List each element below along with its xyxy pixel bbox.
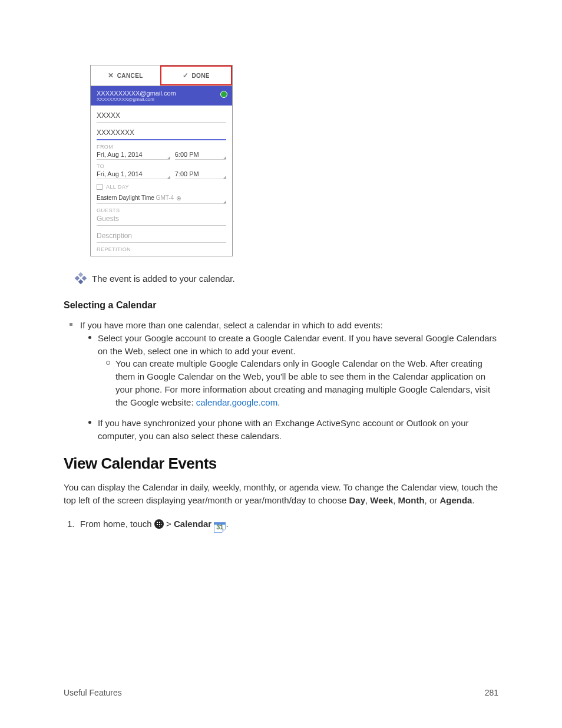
checkbox-icon — [97, 184, 103, 190]
radio-icon — [177, 196, 181, 200]
event-title-field: XXXXX — [97, 106, 226, 123]
to-date-field: Fri, Aug 1, 2014 — [97, 169, 170, 179]
step-number: 1. — [67, 517, 75, 531]
list-item-google-sub: You can create multiple Google Calendars… — [115, 357, 498, 409]
dropdown-indicator-icon — [223, 200, 226, 203]
calendar-edit-screenshot: ✕ CANCEL ✓ DONE XXXXXXXXXX@gmail.com XXX… — [90, 65, 233, 256]
list-item-exchange: If you have synchronized your phone with… — [98, 417, 498, 443]
list-item-google: Select your Google account to create a G… — [98, 332, 498, 409]
check-icon: ✓ — [183, 71, 189, 80]
heading-selecting-calendar: Selecting a Calendar — [64, 300, 498, 311]
description-field: Description — [97, 226, 226, 243]
calendar-google-link[interactable]: calendar.google.com — [196, 397, 277, 407]
heading-view-calendar-events: View Calendar Events — [64, 454, 498, 473]
view-paragraph: You can display the Calendar in daily, w… — [64, 481, 498, 508]
apps-icon — [154, 519, 164, 529]
result-diamond-icon — [75, 273, 86, 284]
all-day-checkbox-row: ALL DAY — [97, 179, 226, 192]
cancel-label: CANCEL — [117, 73, 143, 79]
close-icon: ✕ — [108, 71, 114, 80]
list-item: If you have more than one calendar, sele… — [80, 319, 498, 443]
timezone-field: Eastern Daylight Time GMT-4 — [97, 192, 226, 204]
guests-field: Guests — [97, 213, 226, 226]
to-label: TO — [97, 163, 226, 169]
select-intro-text: If you have more than one calendar, sele… — [80, 320, 383, 330]
footer-section: Useful Features — [64, 688, 122, 697]
dropdown-indicator-icon — [223, 156, 226, 159]
step-1: 1. From home, touch > Calendar 31. — [80, 517, 498, 533]
dropdown-indicator-icon — [167, 176, 170, 179]
account-email-secondary: XXXXXXXXXX@gmail.com — [97, 97, 226, 102]
from-time-field: 6:00 PM — [175, 150, 226, 160]
dropdown-indicator-icon — [223, 176, 226, 179]
footer-page-number: 281 — [485, 688, 498, 697]
from-date-field: Fri, Aug 1, 2014 — [97, 150, 170, 160]
globe-icon — [220, 91, 227, 98]
account-email-primary: XXXXXXXXXX@gmail.com — [97, 90, 226, 97]
cancel-button: ✕ CANCEL — [91, 65, 160, 85]
done-button: ✓ DONE — [160, 65, 232, 85]
repetition-label: REPETITION — [97, 246, 226, 252]
event-location-field: XXXXXXXX — [97, 123, 226, 140]
all-day-label: ALL DAY — [106, 184, 129, 190]
account-header: XXXXXXXXXX@gmail.com XXXXXXXXXX@gmail.co… — [91, 86, 232, 106]
calendar-app-icon: 31 — [214, 522, 226, 533]
guests-label: GUESTS — [97, 207, 226, 213]
result-bullet: The event is added to your calendar. — [75, 273, 498, 284]
from-label: FROM — [97, 144, 226, 150]
done-label: DONE — [191, 73, 210, 79]
to-time-field: 7:00 PM — [175, 169, 226, 179]
result-text: The event is added to your calendar. — [92, 274, 235, 284]
dropdown-indicator-icon — [167, 156, 170, 159]
